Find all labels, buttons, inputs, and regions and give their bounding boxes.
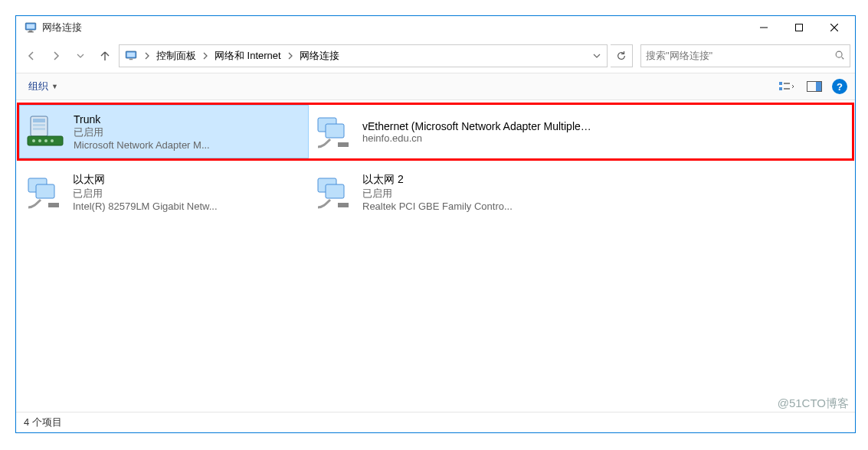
breadcrumb-item[interactable]: 网络连接 <box>296 49 342 63</box>
row: 以太网 已启用 Intel(R) 82579LM Gigabit Netw...… <box>19 165 852 219</box>
connection-name: 以太网 2 <box>362 173 592 187</box>
titlebar: 网络连接 <box>16 16 855 39</box>
svg-rect-14 <box>784 83 790 84</box>
address-dropdown[interactable] <box>588 51 605 62</box>
svg-rect-3 <box>28 31 34 32</box>
svg-rect-30 <box>338 142 349 147</box>
svg-rect-21 <box>33 124 45 126</box>
breadcrumb-item[interactable]: 网络和 Internet <box>211 49 284 63</box>
connection-desc: Intel(R) 82579LM Gigabit Netw... <box>73 201 303 212</box>
chevron-right-icon[interactable] <box>141 52 153 60</box>
back-button[interactable] <box>21 45 42 67</box>
svg-rect-35 <box>326 184 344 198</box>
toolbar: 组织 ▼ ? <box>16 73 855 100</box>
network-adapter-icon <box>315 113 355 150</box>
highlight-row: Trunk 已启用 Microsoft Network Adapter M...… <box>17 103 854 161</box>
content-area: Trunk 已启用 Microsoft Network Adapter M...… <box>16 100 855 412</box>
network-icon <box>24 21 38 34</box>
svg-rect-32 <box>36 184 54 198</box>
search-icon <box>834 50 845 63</box>
svg-rect-22 <box>33 128 45 130</box>
svg-rect-18 <box>816 82 821 91</box>
svg-rect-29 <box>326 124 344 138</box>
connection-name: 以太网 <box>73 173 303 187</box>
minimize-button[interactable] <box>746 16 781 39</box>
chevron-right-icon[interactable] <box>284 52 296 60</box>
network-team-icon <box>26 113 66 150</box>
svg-rect-16 <box>784 88 790 90</box>
svg-rect-36 <box>338 203 349 207</box>
svg-point-26 <box>44 139 47 142</box>
svg-rect-10 <box>129 59 133 60</box>
network-icon <box>124 49 138 63</box>
connection-desc: Microsoft Network Adapter M... <box>74 139 302 151</box>
network-adapter-icon <box>25 174 65 210</box>
forward-button[interactable] <box>45 45 67 67</box>
connection-item[interactable]: 以太网 已启用 Intel(R) 82579LM Gigabit Netw... <box>19 165 309 219</box>
connection-status: 已启用 <box>362 187 592 201</box>
svg-rect-1 <box>27 24 35 29</box>
chevron-right-icon[interactable] <box>199 52 211 60</box>
connection-desc: Realtek PCI GBE Family Contro... <box>362 201 592 212</box>
window-title: 网络连接 <box>42 21 82 34</box>
connection-status: heinfo.edu.cn <box>362 132 592 144</box>
organize-label: 组织 <box>28 80 48 93</box>
connection-item[interactable]: Trunk 已启用 Microsoft Network Adapter M... <box>19 105 309 158</box>
search-box[interactable]: 搜索"网络连接" <box>640 44 850 67</box>
svg-line-12 <box>842 57 844 59</box>
connection-item[interactable]: 以太网 2 已启用 Realtek PCI GBE Family Contro.… <box>309 165 598 219</box>
svg-point-24 <box>32 139 35 142</box>
close-button[interactable] <box>817 16 852 39</box>
svg-rect-2 <box>29 31 33 32</box>
help-button[interactable]: ? <box>832 79 847 94</box>
refresh-button[interactable] <box>611 44 633 67</box>
connection-status: 已启用 <box>73 187 303 201</box>
maximize-button[interactable] <box>781 16 817 39</box>
svg-point-27 <box>51 139 54 142</box>
status-text: 4 个项目 <box>24 416 62 429</box>
svg-rect-13 <box>779 82 782 85</box>
svg-point-25 <box>38 139 41 142</box>
status-bar: 4 个项目 <box>16 412 855 432</box>
connection-status: 已启用 <box>74 126 302 139</box>
svg-rect-33 <box>48 203 59 207</box>
recent-dropdown[interactable] <box>70 45 91 67</box>
preview-pane-button[interactable] <box>804 78 824 95</box>
connection-item[interactable]: vEthernet (Microsoft Network Adapter Mul… <box>309 105 598 158</box>
search-placeholder: 搜索"网络连接" <box>646 49 834 63</box>
chevron-down-icon: ▼ <box>51 83 58 90</box>
svg-rect-5 <box>796 24 803 31</box>
nav-row: 控制面板 网络和 Internet 网络连接 搜索"网络连接" <box>16 39 855 73</box>
svg-rect-15 <box>779 87 782 90</box>
organize-button[interactable]: 组织 ▼ <box>24 77 63 96</box>
svg-rect-9 <box>127 53 136 57</box>
breadcrumb-item[interactable]: 控制面板 <box>153 49 199 63</box>
view-button[interactable] <box>777 78 797 95</box>
connection-name: Trunk <box>74 113 302 126</box>
svg-point-11 <box>836 51 842 57</box>
window-frame: 网络连接 控制面板 网络和 Internet 网络连接 搜索"网络连接" <box>15 15 856 433</box>
svg-rect-20 <box>33 119 45 122</box>
connection-name: vEthernet (Microsoft Network Adapter Mul… <box>362 120 592 132</box>
up-button[interactable] <box>94 45 116 67</box>
address-bar[interactable]: 控制面板 网络和 Internet 网络连接 <box>119 44 608 67</box>
network-adapter-icon <box>315 174 355 210</box>
